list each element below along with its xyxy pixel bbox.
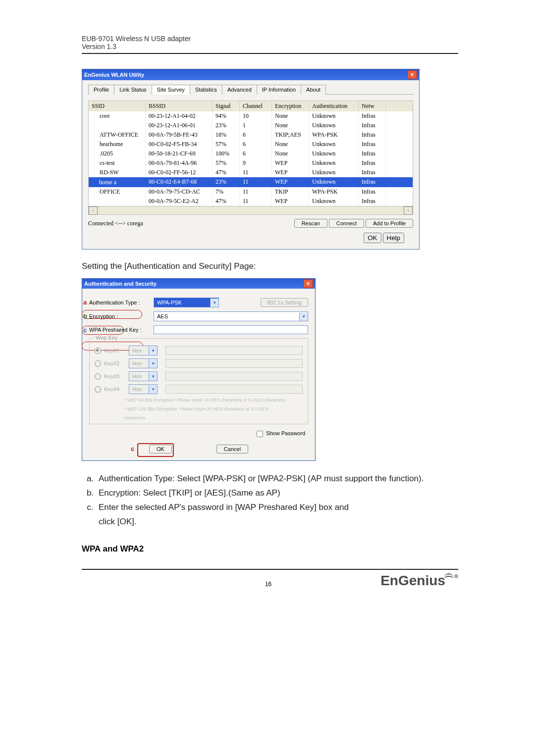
table-cell: Infras <box>359 168 386 177</box>
table-row[interactable]: .020500-50-18-21-CF-69100%6NoneUnknownIn… <box>89 149 413 158</box>
table-cell: 23% <box>213 177 240 187</box>
connected-icon <box>92 178 98 184</box>
table-cell: ATTW-OFFICE <box>89 130 146 140</box>
col-channel[interactable]: Channel <box>240 101 272 111</box>
wep-key-input[interactable] <box>165 346 303 355</box>
tab-site-survey[interactable]: Site Survey <box>152 85 190 95</box>
wep-key-input[interactable] <box>165 385 303 394</box>
tab-profile[interactable]: Profile <box>88 85 114 95</box>
table-row[interactable]: bearhome00-C0-02-F5-FB-3457%6NoneUnknown… <box>89 140 413 149</box>
table-row[interactable]: ATTW-OFFICE00-0A-79-5B-FE-4318%6TKIP;AES… <box>89 130 413 140</box>
chevron-down-icon[interactable]: ▾ <box>210 299 218 307</box>
chevron-down-icon[interactable]: ▾ <box>149 372 157 381</box>
tab-statistics[interactable]: Statistics <box>190 85 222 95</box>
table-cell <box>89 121 146 130</box>
table-cell: 9 <box>240 158 272 168</box>
wep-note-2: * WEP 128 Bits Encryption: Please Keyin … <box>124 406 303 412</box>
chevron-down-icon[interactable]: ▾ <box>149 385 157 394</box>
table-cell: .0205 <box>89 149 146 158</box>
chevron-down-icon[interactable]: ▾ <box>299 312 308 321</box>
rescan-button[interactable]: Rescan <box>294 219 327 228</box>
show-password-label: Show Password <box>266 430 305 436</box>
close-icon[interactable]: × <box>407 70 417 79</box>
connect-button[interactable]: Connect <box>329 219 364 228</box>
tab-advanced[interactable]: Advanced <box>222 85 257 95</box>
site-survey-list[interactable]: SSID BSSID Signal Channel Encryption Aut… <box>88 101 413 215</box>
col-network[interactable]: Netw <box>359 101 386 111</box>
8021x-setting-button: 802.1x Setting <box>261 298 308 307</box>
table-cell: 100% <box>213 149 240 158</box>
wep-key-label: Key#2 <box>104 360 129 366</box>
table-row[interactable]: 00-23-12-A1-06-0123%1NoneUnknownInfras <box>89 121 413 130</box>
wep-key-input[interactable] <box>165 372 303 381</box>
wep-format-select[interactable]: Hex▾ <box>129 346 158 355</box>
chevron-down-icon[interactable]: ▾ <box>149 359 157 368</box>
wep-format-select[interactable]: Hex▾ <box>129 358 158 368</box>
table-cell: WEP <box>272 197 309 206</box>
table-row[interactable]: 00-0A-79-5C-E2-A247%11WEPUnknownInfras <box>89 197 413 206</box>
table-row[interactable]: core00-23-12-A1-04-0294%10NoneUnknownInf… <box>89 111 413 121</box>
show-password-input[interactable] <box>257 431 263 437</box>
table-cell: core <box>89 111 146 121</box>
window-titlebar[interactable]: EnGenius WLAN Utility × <box>82 69 419 80</box>
table-row[interactable]: OFFICE00-0A-79-75-CD-AC7%11TKIPWPA-PSKIn… <box>89 187 413 197</box>
table-cell: Unknown <box>309 121 359 130</box>
table-cell: 57% <box>213 140 240 149</box>
table-cell: cs-test <box>89 158 146 168</box>
wep-key-row: Key#4Hex▾ <box>95 384 303 394</box>
table-cell: 6 <box>240 130 272 140</box>
dialog-cancel-button[interactable]: Cancel <box>216 445 248 454</box>
wep-key-row: Key#2Hex▾ <box>95 358 303 368</box>
scroll-right-icon[interactable] <box>404 206 413 215</box>
add-to-profile-button[interactable]: Add to Profile <box>366 219 413 228</box>
footer-rule <box>82 569 458 570</box>
close-icon[interactable]: × <box>303 279 313 288</box>
tab-ip-information[interactable]: IP Information <box>257 85 301 95</box>
radio-icon[interactable] <box>95 360 101 367</box>
table-cell: 00-0A-79-75-CD-AC <box>146 187 213 197</box>
table-row[interactable]: RD-SW00-C0-02-FF-56-1247%11WEPUnknownInf… <box>89 168 413 177</box>
wep-key-label: Key#1 <box>104 348 129 353</box>
table-cell: 00-0A-79-5C-E2-A2 <box>146 197 213 206</box>
col-bssid[interactable]: BSSID <box>146 101 213 111</box>
wifi-icon <box>444 573 453 580</box>
radio-icon[interactable] <box>95 348 101 354</box>
wpa-preshared-key-input[interactable] <box>154 325 308 334</box>
col-signal[interactable]: Signal <box>213 101 240 111</box>
tab-link-status[interactable]: Link Status <box>114 85 152 95</box>
auth-type-select[interactable]: WPA-PSK ▾ <box>154 298 219 307</box>
table-cell: WEP <box>272 168 309 177</box>
wep-format-select[interactable]: Hex▾ <box>129 371 158 381</box>
table-cell: Unknown <box>309 158 359 168</box>
col-authentication[interactable]: Authentication <box>309 101 359 111</box>
table-row[interactable]: cs-test00-0A-79-81-4A-9657%9WEPUnknownIn… <box>89 158 413 168</box>
tab-about[interactable]: About <box>301 85 326 95</box>
dialog-title: Authentication and Security <box>84 281 157 287</box>
horizontal-scrollbar[interactable] <box>89 206 413 214</box>
scroll-left-icon[interactable] <box>89 206 98 215</box>
wep-format-select[interactable]: Hex▾ <box>129 384 158 394</box>
help-button[interactable]: Help <box>383 233 404 243</box>
table-cell: WEP <box>272 177 309 187</box>
dialog-titlebar[interactable]: Authentication and Security × <box>82 279 315 289</box>
table-row[interactable]: home a00-C0-02-E4-B7-6823%11WEPUnknownIn… <box>89 177 413 187</box>
radio-icon[interactable] <box>95 373 101 380</box>
table-cell: None <box>272 149 309 158</box>
show-password-checkbox[interactable]: Show Password <box>255 430 305 436</box>
chevron-down-icon[interactable]: ▾ <box>149 347 157 355</box>
wep-note-1: * WEP 64 Bits Encryption: Please Keyin 1… <box>124 397 303 403</box>
table-cell: 00-C0-02-F5-FB-34 <box>146 140 213 149</box>
auth-type-label: Authentication Type : <box>89 300 154 305</box>
wep-key-input[interactable] <box>165 359 303 368</box>
wep-format-value: Hex <box>129 386 149 392</box>
col-ssid[interactable]: SSID <box>89 101 146 111</box>
col-encryption[interactable]: Encryption <box>272 101 309 111</box>
table-cell: 6 <box>240 149 272 158</box>
table-cell: Infras <box>359 187 386 197</box>
table-cell: Infras <box>359 177 386 187</box>
encryption-select[interactable]: AES ▾ <box>154 311 308 321</box>
ok-button[interactable]: OK <box>364 233 381 243</box>
table-cell: 00-23-12-A1-04-02 <box>146 111 213 121</box>
table-cell: WPA-PSK <box>309 187 359 197</box>
radio-icon[interactable] <box>95 386 101 393</box>
